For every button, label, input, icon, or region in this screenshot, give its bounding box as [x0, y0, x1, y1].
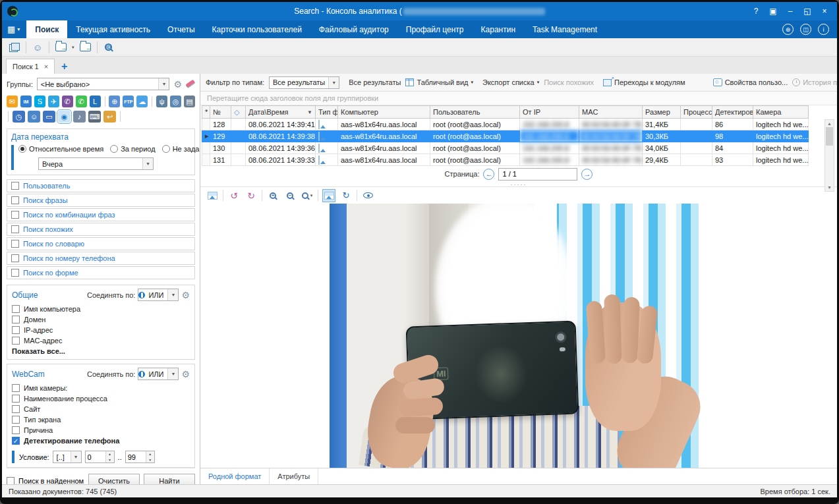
webcam-item-phone-detection[interactable]: ✓Детектирование телефона: [12, 435, 190, 446]
info-icon[interactable]: i: [818, 24, 829, 35]
monitor-icon[interactable]: ▭: [43, 111, 55, 123]
spin-up-icon[interactable]: ▲: [106, 451, 114, 457]
table-scrollbar[interactable]: ▲ ▼: [825, 119, 834, 192]
checkbox-icon[interactable]: [12, 405, 20, 413]
condition-from-stepper[interactable]: ▲▼: [85, 451, 115, 463]
webcam-join-dropdown[interactable]: ИЛИ▾: [138, 368, 179, 380]
radio-relative-time[interactable]: Относительное время: [18, 145, 103, 153]
help-button[interactable]: ?: [749, 5, 763, 17]
checkbox-checked-icon[interactable]: ✓: [12, 437, 20, 445]
groups-dropdown[interactable]: <Не выбрано> ▾: [37, 78, 170, 90]
search-similar-button[interactable]: Поиск похожих: [544, 78, 594, 86]
table-view-button[interactable]: Табличный вид▾: [405, 78, 473, 86]
im-chat-icon[interactable]: IM: [20, 96, 32, 107]
restore-button[interactable]: ◱: [800, 5, 815, 17]
checkbox-icon[interactable]: [11, 182, 19, 190]
column-header-detected[interactable]: Детектирова: [712, 106, 753, 119]
filter-item-user[interactable]: Пользователь: [7, 179, 195, 192]
export-list-button[interactable]: Экспорт списка▾: [482, 78, 539, 86]
column-header-num[interactable]: №: [210, 106, 231, 119]
page-input[interactable]: [498, 168, 577, 181]
filter-item-similar[interactable]: Поиск похожих: [7, 223, 195, 236]
column-header-user[interactable]: Пользователь: [430, 106, 520, 119]
webcam-item-process[interactable]: Наименование процесса: [12, 393, 190, 404]
checkbox-icon[interactable]: [12, 316, 20, 323]
common-item-domain[interactable]: Домен: [12, 314, 190, 325]
splitter-handle[interactable]: ·····: [200, 182, 837, 186]
common-item-mac[interactable]: MAC-адрес: [12, 335, 190, 346]
user-search-button[interactable]: ☺: [30, 41, 45, 54]
menu-tab-user-cards[interactable]: Карточки пользователей: [204, 20, 310, 38]
column-header-process[interactable]: Процесс: [681, 106, 712, 119]
filter-item-phrase-combo[interactable]: Поиск по комбинации фраз: [7, 208, 195, 221]
filter-item-phrase[interactable]: Поиск фразы: [7, 194, 195, 207]
webcam-item-reason[interactable]: Причина: [12, 425, 190, 435]
zoom-out-button[interactable]: −: [283, 189, 297, 202]
checkbox-icon[interactable]: [11, 225, 19, 233]
groups-settings-gear-icon[interactable]: ⚙: [173, 79, 182, 90]
clear-groups-eraser-icon[interactable]: [185, 80, 195, 89]
tab-native-format[interactable]: Родной формат: [200, 468, 270, 484]
column-header-ip[interactable]: От IP: [520, 106, 579, 119]
usb-icon[interactable]: ψ: [156, 96, 167, 107]
scroll-up-icon[interactable]: ▲: [827, 120, 832, 127]
keyboard-icon[interactable]: ⌨: [88, 111, 101, 123]
zoom-level-button[interactable]: ▾: [301, 189, 314, 202]
minimize-button[interactable]: –: [783, 5, 797, 17]
checkbox-icon[interactable]: [11, 240, 19, 248]
spin-down-icon[interactable]: ▼: [106, 457, 114, 463]
column-header-size[interactable]: Размер: [643, 106, 681, 119]
add-tab-button[interactable]: +: [55, 61, 74, 74]
import-query-button[interactable]: ←: [78, 41, 93, 54]
package-icon[interactable]: ◫: [800, 24, 811, 35]
whatsapp-icon[interactable]: ✆: [76, 96, 87, 107]
menu-tab-search[interactable]: Поиск: [26, 20, 67, 38]
correspondence-history-button[interactable]: История переписки: [792, 78, 837, 86]
cascade-windows-button[interactable]: [7, 41, 22, 54]
checkbox-icon[interactable]: [12, 395, 20, 403]
filter-item-dictionary[interactable]: Поиск по словарю: [7, 237, 195, 250]
common-settings-gear-icon[interactable]: ⚙: [181, 290, 190, 300]
tab-close-icon[interactable]: ×: [44, 63, 48, 70]
chevron-down-icon[interactable]: ▾: [72, 45, 74, 50]
menu-tab-current-activity[interactable]: Текущая активность: [67, 20, 159, 38]
menu-tab-task-management[interactable]: Task Management: [524, 20, 606, 38]
common-item-computer-name[interactable]: Имя компьютера: [12, 304, 190, 314]
microphone-icon[interactable]: ♪: [73, 111, 86, 123]
spin-down-icon[interactable]: ▼: [146, 457, 154, 463]
checkbox-icon[interactable]: [11, 254, 19, 262]
clear-button[interactable]: Очистить: [88, 474, 140, 484]
close-button[interactable]: ×: [817, 5, 832, 17]
checkbox-icon[interactable]: [12, 337, 20, 345]
tab-search-1[interactable]: Поиск 1 ×: [6, 59, 55, 74]
condition-to-stepper[interactable]: ▲▼: [125, 451, 155, 463]
condition-operator-dropdown[interactable]: [..]▾: [53, 451, 82, 463]
type-filter-dropdown[interactable]: Все результаты▾: [269, 76, 339, 89]
filter-item-phone-number[interactable]: Поиск по номеру телефона: [7, 252, 195, 265]
find-button[interactable]: Найти: [144, 474, 195, 484]
view-button[interactable]: [361, 189, 374, 202]
menu-tab-reports[interactable]: Отчеты: [159, 20, 203, 38]
app-menu-button[interactable]: ▦ ▾: [2, 20, 26, 38]
column-header-mac[interactable]: MAC: [579, 106, 643, 119]
webcam-icon[interactable]: ◉: [58, 111, 71, 123]
table-row[interactable]: 130 08.06.2021 14:39:36 aas-w81x64ru.aas…: [202, 142, 809, 154]
checkbox-icon[interactable]: [12, 326, 20, 334]
user-activity-icon[interactable]: ☺: [28, 111, 40, 123]
table-row[interactable]: 131 08.06.2021 14:39:33 aas-w81x64ru.aas…: [202, 154, 809, 166]
pin-button[interactable]: ▣: [766, 5, 780, 17]
search-by-id-button[interactable]: ID: [101, 41, 116, 54]
mail-icon[interactable]: ✉: [7, 96, 18, 107]
checkbox-icon[interactable]: [12, 426, 20, 434]
ufi-badge-icon[interactable]: ⊛: [782, 24, 794, 35]
webcam-item-screen-type[interactable]: Тип экрана: [12, 414, 190, 425]
skype-icon[interactable]: S: [34, 96, 45, 107]
all-results-button[interactable]: Все результаты: [349, 78, 401, 86]
slideshow-button[interactable]: ↻: [339, 189, 353, 202]
column-header-date[interactable]: Дата\Время▼: [246, 106, 316, 119]
show-all-link[interactable]: Показать все...: [12, 346, 190, 355]
menu-tab-file-auditor[interactable]: Файловый аудитор: [310, 20, 397, 38]
search-in-found-checkbox[interactable]: [7, 477, 14, 484]
telegram-icon[interactable]: ✈: [48, 96, 59, 107]
condition-to-input[interactable]: [126, 451, 146, 462]
